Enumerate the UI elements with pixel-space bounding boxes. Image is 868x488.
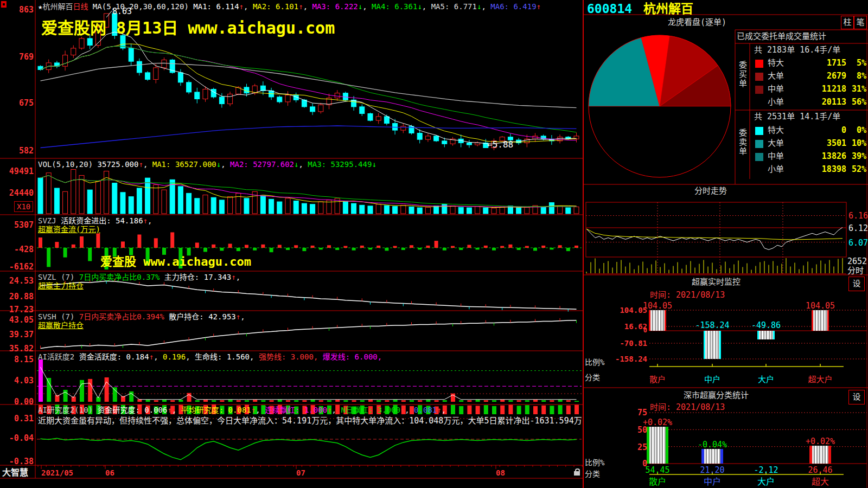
shenshi-class-label: 分类: [585, 470, 600, 478]
monitor-category: 超大户: [808, 375, 832, 384]
shenshi-ratio-label: 比例%: [585, 458, 604, 467]
svzl-header: SVZL (7) 7日内买卖净占比0.37% 主力持仓: 17.343↑,: [38, 273, 240, 281]
header-segment: ↓: [216, 160, 221, 169]
y-axis-label: 863: [19, 5, 34, 15]
header-segment: MA6: 6.419: [490, 2, 536, 11]
header-segment: AI活跃度2: [38, 352, 79, 361]
header-segment: ,: [405, 406, 414, 414]
header-segment: ↑: [298, 2, 303, 11]
y-axis-label: 0.31: [14, 414, 34, 423]
y-axis-label: 39.37: [9, 330, 34, 339]
header-segment: ,: [148, 216, 152, 225]
header-segment: ↑: [400, 406, 405, 414]
svzj-header: SVZJ 活跃资金进出: 54.186↑,: [38, 216, 152, 225]
header-segment: 资金活跃度: 0.184: [79, 352, 149, 361]
svsh-subtitle: 超赢散户持仓: [38, 321, 84, 330]
order-size-name: 中单: [768, 85, 784, 94]
monitor-time: 时间: 2021/08/13: [650, 291, 725, 300]
header-segment: MA5: 6.771: [431, 2, 477, 11]
header-segment: ,: [221, 160, 230, 169]
order-size-swatch: [755, 127, 763, 135]
y-axis-label: 17.23: [9, 305, 34, 314]
header-segment: ,: [244, 2, 253, 11]
monitor-class-label: 分类: [585, 373, 600, 382]
header-segment: ↓: [294, 160, 298, 169]
header-segment: ↑: [239, 2, 244, 11]
header-segment: MA2: 52797.602: [230, 160, 294, 169]
header-segment: 35725.000: [98, 160, 139, 169]
order-size-swatch: [755, 153, 763, 161]
header-segment: 日线: [73, 2, 88, 11]
shenshi-category: 散户: [649, 477, 666, 487]
shenshi-bar-pct: -0.04%: [698, 440, 727, 450]
shenshi-settings-button[interactable]: 设: [848, 390, 865, 404]
volume-header: VOL(5,10,20) 35725.000↑, MA1: 36527.000↓…: [38, 160, 376, 169]
shenshi-category: 超大: [812, 477, 829, 487]
aires-header: AI研究度2(10) 资金研究度: 0.006↑, 平均研究度: 0.081↑,…: [38, 406, 446, 414]
monitor-settings-button[interactable]: 设: [848, 277, 865, 291]
order-pct: 31%: [852, 85, 866, 94]
shenshi-category: 中户: [704, 477, 721, 487]
y-axis-label: 675: [19, 99, 34, 108]
order-size-name: 特大: [768, 126, 784, 135]
svzj-subtitle: 超赢资金流(万元): [38, 225, 100, 234]
monitor-ratio-label: 比例%: [585, 358, 604, 367]
shenshi-title: 深市超赢分类统计: [684, 391, 749, 400]
y-axis-label: 20.88: [9, 292, 34, 301]
fenshi-title: 分时走势: [694, 187, 727, 196]
order-size-name: 特大: [768, 59, 784, 68]
header-segment: ↑: [138, 160, 143, 169]
y-axis-label: -0.38: [9, 457, 34, 466]
header-segment: ↑: [236, 312, 240, 321]
header-segment: ↓: [372, 160, 376, 169]
pen-view-button[interactable]: 笔: [854, 16, 867, 29]
header-segment: ↑: [231, 273, 235, 281]
monitor-category: 大户: [758, 375, 774, 384]
order-pct: 56%: [852, 98, 866, 107]
y-axis-label: 582: [19, 146, 34, 156]
header-segment: ,: [172, 406, 181, 414]
header-segment: SVZL (7): [38, 273, 79, 281]
y-axis-label: -428: [14, 245, 34, 254]
lock-icon: [574, 471, 580, 476]
shenshi-time: 时间: 2021/08/13: [650, 403, 725, 412]
dzh-stock-terminal: ★杭州解百日线 MA(5,10,20,30,60,120) MA1: 6.114…: [0, 0, 868, 488]
bar-view-button[interactable]: 柱: [841, 16, 854, 29]
header-segment: ,: [143, 160, 152, 169]
header-segment: ,: [240, 312, 245, 321]
header-segment: ,: [236, 273, 240, 281]
y-axis-label: 35.82: [9, 344, 34, 354]
header-segment: MA1: 36527.000: [152, 160, 216, 169]
order-pct: 10%: [852, 139, 866, 148]
header-segment: MA(5,10,20,30,60,120): [88, 2, 193, 11]
header-segment: VOL(5,10,20): [38, 160, 98, 169]
monitor-bar-超大户: [812, 310, 829, 331]
y-axis-label: 4.03: [14, 376, 34, 386]
fenshi-vol-label: 2652: [847, 257, 867, 266]
shenshi-bar-pct: +0.02%: [806, 437, 835, 446]
header-segment: ,: [422, 2, 431, 11]
header-segment: ,: [186, 352, 195, 361]
longhu-title: 龙虎看盘(逐单): [668, 18, 726, 27]
monitor-bar-value: 104.05: [643, 301, 672, 311]
monitor-y-label: -70.81: [620, 339, 647, 348]
y-axis-label: 24440: [9, 189, 34, 198]
scale-x10-label: X10: [14, 201, 33, 212]
header-segment: ↑: [143, 216, 148, 225]
sell-side-label: 委卖单: [737, 129, 748, 156]
header-segment: ,: [154, 352, 163, 361]
date-axis-label: 08: [496, 468, 505, 477]
monitor-category: 中户: [704, 375, 720, 384]
aiact-header: AI活跃度2 资金活跃度: 0.184↑, 0.196, 生命线: 1.560,…: [38, 352, 382, 361]
header-segment: ,: [303, 2, 312, 11]
monitor-title: 超赢实时监控: [692, 278, 741, 287]
y-axis-label: 24.53: [9, 277, 34, 286]
monitor-bar-大户: [757, 331, 775, 339]
monitor-category: 散户: [649, 375, 666, 384]
shenshi-bar-中户: [701, 449, 723, 464]
shenshi-bar-value: 21.20: [700, 466, 724, 475]
order-size-name: 小单: [768, 98, 784, 107]
header-segment: SVSH (7): [38, 312, 79, 321]
header-segment: 生命线: 1.560,: [195, 352, 259, 361]
order-pct: 39%: [852, 152, 866, 161]
